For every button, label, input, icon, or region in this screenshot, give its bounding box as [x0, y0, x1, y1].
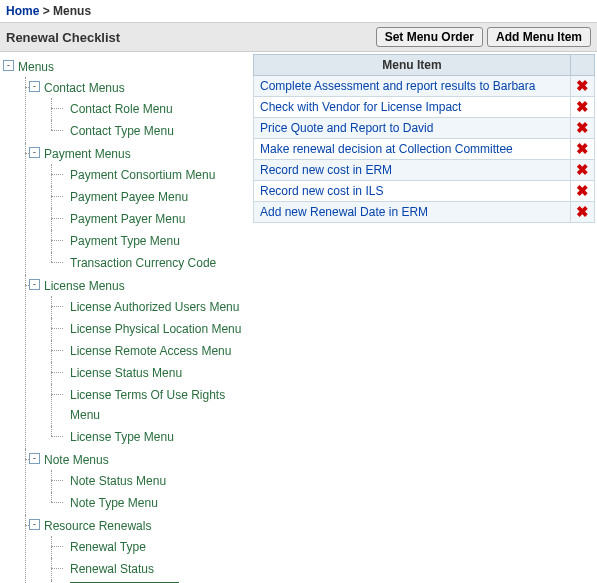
tree-node-license-phys-loc[interactable]: License Physical Location Menu — [70, 322, 241, 336]
toggle-icon[interactable]: - — [29, 81, 40, 92]
tree-node-contact-type[interactable]: Contact Type Menu — [70, 124, 174, 138]
tree-node-license-remote[interactable]: License Remote Access Menu — [70, 344, 231, 358]
delete-icon[interactable]: ✖ — [572, 163, 593, 177]
toggle-icon[interactable]: - — [29, 453, 40, 464]
tree-node-license-auth-users[interactable]: License Authorized Users Menu — [70, 300, 239, 314]
tree-node-resource-renewals[interactable]: Resource Renewals — [44, 519, 151, 533]
tree-node-transaction-currency[interactable]: Transaction Currency Code — [70, 256, 216, 270]
tree-node-payment-payer[interactable]: Payment Payer Menu — [70, 212, 185, 226]
right-panel: Menu Item Complete Assessment and report… — [253, 52, 597, 225]
tree-node-payment-consortium[interactable]: Payment Consortium Menu — [70, 168, 215, 182]
menu-item-link[interactable]: Make renewal decision at Collection Comm… — [260, 142, 513, 156]
tree-root: - Menus - Contact Menus Contact Role Men… — [6, 56, 251, 583]
tree-node-payment-menus[interactable]: Payment Menus — [44, 147, 131, 161]
tree-node-contact-menus[interactable]: Contact Menus — [44, 81, 125, 95]
menu-item-link[interactable]: Record new cost in ERM — [260, 163, 392, 177]
toggle-icon[interactable]: - — [29, 147, 40, 158]
menu-item-link[interactable]: Check with Vendor for License Impact — [260, 100, 461, 114]
tree-node-menus[interactable]: Menus — [18, 60, 54, 74]
toggle-icon[interactable]: - — [29, 279, 40, 290]
tree-node-payment-payee[interactable]: Payment Payee Menu — [70, 190, 188, 204]
menu-item-link[interactable]: Add new Renewal Date in ERM — [260, 205, 428, 219]
table-row: Make renewal decision at Collection Comm… — [254, 139, 595, 160]
tree-node-note-type[interactable]: Note Type Menu — [70, 496, 158, 510]
toggle-icon[interactable]: - — [29, 519, 40, 530]
menu-item-link[interactable]: Record new cost in ILS — [260, 184, 383, 198]
tree-node-license-status[interactable]: License Status Menu — [70, 366, 182, 380]
toggle-icon[interactable]: - — [3, 60, 14, 71]
delete-icon[interactable]: ✖ — [572, 184, 593, 198]
tree-node-license-type[interactable]: License Type Menu — [70, 430, 174, 444]
table-row: Record new cost in ERM✖ — [254, 160, 595, 181]
tree-node-contact-role[interactable]: Contact Role Menu — [70, 102, 173, 116]
menu-item-link[interactable]: Complete Assessment and report results t… — [260, 79, 535, 93]
header-bar: Renewal Checklist Set Menu Order Add Men… — [0, 22, 597, 52]
table-row: Check with Vendor for License Impact✖ — [254, 97, 595, 118]
tree-node-note-status[interactable]: Note Status Menu — [70, 474, 166, 488]
table-row: Complete Assessment and report results t… — [254, 76, 595, 97]
table-row: Record new cost in ILS✖ — [254, 181, 595, 202]
breadcrumb: Home > Menus — [0, 0, 597, 22]
set-menu-order-button[interactable]: Set Menu Order — [376, 27, 483, 47]
tree-node-note-menus[interactable]: Note Menus — [44, 453, 109, 467]
delete-icon[interactable]: ✖ — [572, 100, 593, 114]
tree-node-payment-type[interactable]: Payment Type Menu — [70, 234, 180, 248]
breadcrumb-home-link[interactable]: Home — [6, 4, 39, 18]
table-row: Price Quote and Report to David✖ — [254, 118, 595, 139]
delete-icon[interactable]: ✖ — [572, 79, 593, 93]
tree-panel: - Menus - Contact Menus Contact Role Men… — [0, 52, 253, 583]
delete-icon[interactable]: ✖ — [572, 121, 593, 135]
add-menu-item-button[interactable]: Add Menu Item — [487, 27, 591, 47]
delete-icon[interactable]: ✖ — [572, 142, 593, 156]
delete-icon[interactable]: ✖ — [572, 205, 593, 219]
tree-node-renewal-type[interactable]: Renewal Type — [70, 540, 146, 554]
breadcrumb-current: Menus — [53, 4, 91, 18]
tree-node-license-terms[interactable]: License Terms Of Use Rights Menu — [70, 388, 225, 422]
table-row: Add new Renewal Date in ERM✖ — [254, 202, 595, 223]
menu-items-table: Menu Item Complete Assessment and report… — [253, 54, 595, 223]
tree-node-license-menus[interactable]: License Menus — [44, 279, 125, 293]
tree-node-renewal-status[interactable]: Renewal Status — [70, 562, 154, 576]
breadcrumb-separator: > — [43, 4, 50, 18]
page-title: Renewal Checklist — [6, 30, 120, 45]
table-header-action — [571, 55, 595, 76]
menu-item-link[interactable]: Price Quote and Report to David — [260, 121, 433, 135]
table-header-menu-item: Menu Item — [254, 55, 571, 76]
